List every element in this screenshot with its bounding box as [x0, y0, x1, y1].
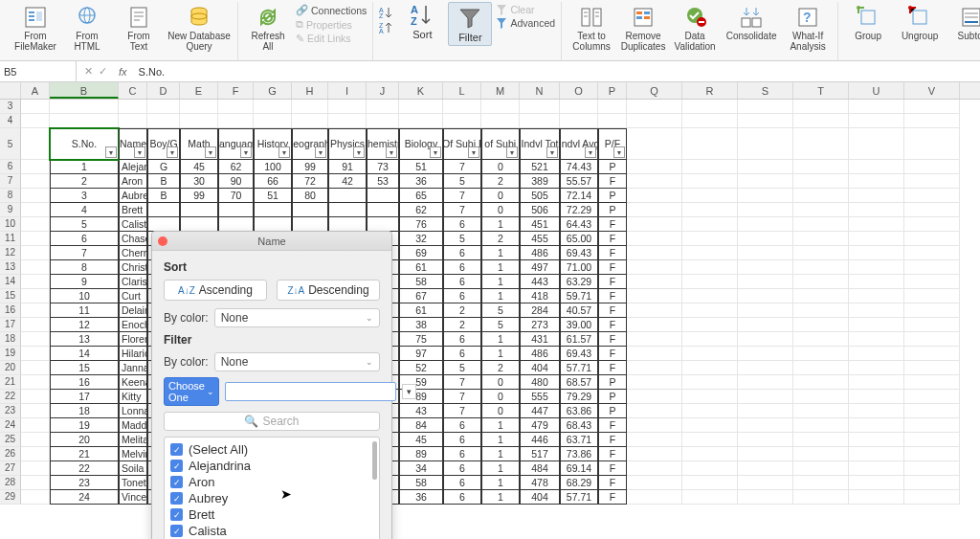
table-cell[interactable]: 6 [443, 461, 481, 476]
table-cell[interactable]: Christopher [119, 260, 147, 275]
row-header[interactable]: 19 [0, 347, 21, 361]
cell[interactable] [682, 275, 738, 289]
cell[interactable] [682, 332, 738, 347]
cell[interactable] [849, 404, 904, 418]
cell[interactable] [849, 447, 904, 461]
cell[interactable] [738, 189, 793, 203]
cell[interactable] [904, 418, 960, 433]
table-cell[interactable]: G [147, 160, 180, 174]
table-cell[interactable]: F [598, 246, 627, 260]
cell[interactable] [904, 490, 960, 505]
cell[interactable] [21, 260, 50, 275]
cell[interactable] [793, 490, 849, 505]
row-header[interactable]: 10 [0, 217, 21, 232]
cell[interactable] [904, 332, 960, 347]
table-cell[interactable]: 11 [50, 303, 119, 318]
cell[interactable] [682, 490, 738, 505]
cell[interactable] [738, 461, 793, 476]
cell[interactable] [21, 447, 50, 461]
table-cell[interactable]: 12 [50, 318, 119, 332]
cell[interactable] [793, 128, 849, 160]
filter-dropdown-icon[interactable]: ▼ [430, 146, 441, 158]
table-cell[interactable]: 1 [50, 160, 119, 174]
table-cell[interactable]: 38 [399, 318, 443, 332]
table-cell[interactable]: 2 [481, 361, 520, 375]
filter-item-list[interactable]: ✓(Select All)✓Alejandrina✓Aron✓Aubrey✓Br… [164, 437, 380, 539]
cell[interactable] [682, 318, 738, 332]
cell[interactable] [682, 100, 738, 114]
cell[interactable] [627, 476, 682, 490]
cell[interactable] [849, 303, 904, 318]
table-cell[interactable]: 404 [520, 490, 560, 505]
row-header[interactable]: 17 [0, 318, 21, 332]
column-header-V[interactable]: V [904, 82, 960, 99]
row-header[interactable]: 5 [0, 128, 21, 160]
cell[interactable] [904, 217, 960, 232]
cell[interactable] [904, 260, 960, 275]
table-cell[interactable]: 6 [443, 447, 481, 461]
table-cell[interactable]: 69.43 [560, 246, 598, 260]
cell[interactable] [682, 447, 738, 461]
cell[interactable] [849, 174, 904, 189]
cell[interactable] [738, 361, 793, 375]
table-cell[interactable]: 404 [520, 361, 560, 375]
table-cell[interactable]: 7 [443, 390, 481, 404]
cell[interactable] [682, 361, 738, 375]
cell[interactable] [682, 418, 738, 433]
cell[interactable] [904, 318, 960, 332]
table-cell[interactable]: 5 [443, 361, 481, 375]
table-cell[interactable]: 36 [399, 490, 443, 505]
cell[interactable] [560, 114, 598, 128]
table-cell[interactable]: 62 [218, 160, 254, 174]
row-header[interactable]: 9 [0, 203, 21, 217]
table-cell[interactable]: 555 [520, 390, 560, 404]
cell[interactable] [904, 303, 960, 318]
table-cell[interactable]: 1 [481, 275, 520, 289]
cell[interactable] [849, 461, 904, 476]
scrollbar[interactable] [372, 441, 377, 480]
table-cell[interactable]: 99 [292, 160, 328, 174]
table-cell[interactable]: F [598, 418, 627, 433]
cell[interactable] [793, 174, 849, 189]
cell[interactable] [682, 114, 738, 128]
table-cell[interactable]: 418 [520, 289, 560, 303]
table-header[interactable]: Indvl Avg▼ [560, 128, 598, 160]
cell[interactable] [328, 100, 367, 114]
cell[interactable] [21, 461, 50, 476]
table-cell[interactable] [367, 189, 399, 203]
cell[interactable] [627, 390, 682, 404]
cell[interactable] [21, 418, 50, 433]
table-cell[interactable]: F [598, 289, 627, 303]
filter-item[interactable]: ✓(Select All) [170, 441, 373, 458]
cell[interactable] [520, 114, 560, 128]
table-cell[interactable]: 7 [443, 375, 481, 390]
cell[interactable] [793, 303, 849, 318]
cell[interactable] [627, 128, 682, 160]
table-cell[interactable]: 21 [50, 447, 119, 461]
cell[interactable] [627, 275, 682, 289]
cell[interactable] [793, 476, 849, 490]
table-cell[interactable]: 99 [180, 189, 218, 203]
table-cell[interactable]: F [598, 361, 627, 375]
filter-dropdown-icon[interactable]: ▼ [386, 146, 397, 158]
table-cell[interactable]: 7 [50, 246, 119, 260]
table-cell[interactable]: 273 [520, 318, 560, 332]
cell[interactable] [520, 100, 560, 114]
cell[interactable] [119, 100, 147, 114]
table-cell[interactable]: 72.14 [560, 189, 598, 203]
table-cell[interactable]: 32 [399, 232, 443, 246]
consolidate-button[interactable]: Consolidate [723, 2, 780, 41]
cell[interactable] [682, 476, 738, 490]
cell[interactable] [682, 375, 738, 390]
table-cell[interactable]: 5 [443, 174, 481, 189]
table-cell[interactable]: 36 [399, 174, 443, 189]
cell[interactable] [21, 160, 50, 174]
table-cell[interactable]: Aubrey [119, 189, 147, 203]
table-cell[interactable]: P [598, 203, 627, 217]
cell[interactable] [849, 433, 904, 447]
table-cell[interactable]: P [598, 160, 627, 174]
table-cell[interactable]: 5 [481, 318, 520, 332]
cell[interactable] [904, 433, 960, 447]
filter-dropdown-icon[interactable]: ▼ [278, 146, 290, 158]
row-header[interactable]: 3 [0, 100, 21, 114]
